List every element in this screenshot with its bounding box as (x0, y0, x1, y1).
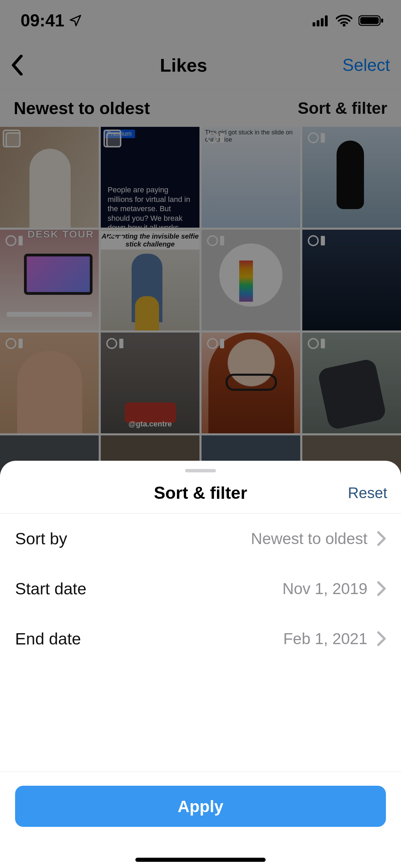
home-indicator[interactable] (135, 858, 266, 862)
chevron-right-icon (377, 631, 386, 646)
chevron-right-icon (377, 531, 386, 546)
sheet-title: Sort & filter (154, 483, 247, 503)
row-label: Sort by (15, 529, 67, 548)
end-date-row[interactable]: End date Feb 1, 2021 (0, 614, 401, 664)
sheet-footer: Apply (0, 772, 401, 868)
row-value: Feb 1, 2021 (283, 629, 367, 648)
start-date-row[interactable]: Start date Nov 1, 2019 (0, 564, 401, 614)
row-value: Nov 1, 2019 (282, 579, 367, 598)
chevron-right-icon (377, 581, 386, 596)
row-label: Start date (15, 579, 86, 598)
reset-button[interactable]: Reset (348, 484, 387, 502)
row-label: End date (15, 629, 81, 648)
sheet-grabber[interactable] (185, 469, 216, 472)
apply-button[interactable]: Apply (15, 786, 386, 827)
sort-filter-sheet: Sort & filter Reset Sort by Newest to ol… (0, 461, 401, 868)
row-value: Newest to oldest (251, 529, 367, 548)
sort-by-row[interactable]: Sort by Newest to oldest (0, 514, 401, 564)
sheet-header: Sort & filter Reset (0, 472, 401, 514)
